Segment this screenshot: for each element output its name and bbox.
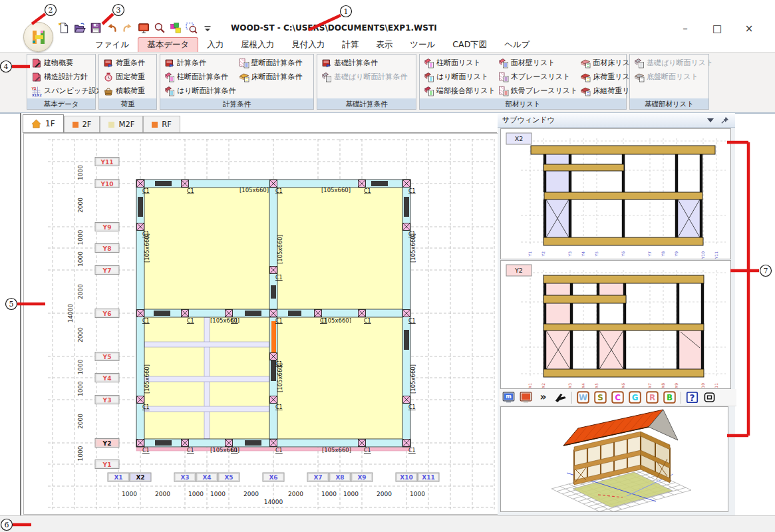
layer-W-icon[interactable]: W <box>577 391 589 404</box>
x-axis-button-X6[interactable]: X6 <box>263 473 284 481</box>
column-marker[interactable] <box>359 180 366 188</box>
ribbon-button-面材壁リスト[interactable]: 面材壁リスト <box>497 56 579 70</box>
3d-model-view[interactable] <box>500 406 728 512</box>
open-file-icon[interactable] <box>74 22 86 34</box>
y-axis-button-Y2[interactable]: Y2 <box>95 439 119 448</box>
elevation-view-x2[interactable]: Y1Y2Y3Y4Y5Y6Y7Y8Y9Y10Y11X2 <box>500 128 731 259</box>
ribbon-button-はり断面リスト[interactable]: はり断面リスト <box>422 70 497 84</box>
ribbon-button-構造設計方針[interactable]: 構造設計方針 <box>30 70 105 84</box>
maximize-button[interactable]: □ <box>710 22 724 35</box>
y-axis-button-Y11[interactable]: Y11 <box>95 158 119 166</box>
column-marker[interactable] <box>403 180 410 188</box>
column-marker[interactable] <box>137 180 144 188</box>
y-axis-button-Y1[interactable]: Y1 <box>95 460 119 469</box>
chevron-down-icon[interactable] <box>706 116 715 124</box>
plan-canvas[interactable]: C1C1C1C1C1C1C1C1C1C1C1C1C1C1C1C1C1C1C1C1… <box>23 133 498 515</box>
help-icon[interactable]: ? <box>686 391 698 404</box>
customize-icon[interactable] <box>202 22 214 34</box>
column-marker[interactable] <box>403 223 410 231</box>
floor-tab-M2F[interactable]: M2F <box>100 116 143 132</box>
close-button[interactable]: × <box>742 22 756 35</box>
new-document-icon[interactable] <box>58 22 70 34</box>
y-axis-button-Y8[interactable]: Y8 <box>95 244 119 253</box>
y-axis-button-Y6[interactable]: Y6 <box>95 309 119 318</box>
menu-tab-ヘルプ[interactable]: ヘルプ <box>496 37 538 52</box>
floor-tab-2F[interactable]: 2F <box>64 116 100 132</box>
column-marker[interactable] <box>137 440 144 447</box>
x-axis-button-X4[interactable]: X4 <box>196 473 218 481</box>
column-marker[interactable] <box>137 223 144 231</box>
column-marker[interactable] <box>226 310 233 317</box>
layer-B-icon[interactable]: B <box>663 391 676 404</box>
ribbon-button-床断面計算条件[interactable]: 床断面計算条件 <box>237 70 304 84</box>
x-axis-button-X1[interactable]: X1 <box>108 473 129 481</box>
column-marker[interactable] <box>137 310 144 317</box>
ribbon-button-建物概要[interactable]: 建物概要 <box>30 56 105 70</box>
y-axis-button-Y5[interactable]: Y5 <box>95 352 119 361</box>
y-axis-button-Y7[interactable]: Y7 <box>95 266 119 275</box>
minimize-button[interactable]: – <box>678 22 693 35</box>
column-marker[interactable] <box>182 180 189 188</box>
column-marker[interactable] <box>359 310 366 317</box>
ribbon-button-壁断面計算条件[interactable]: 壁断面計算条件 <box>237 56 304 70</box>
pin-icon[interactable] <box>720 116 730 124</box>
menu-tab-見付入力[interactable]: 見付入力 <box>283 37 333 52</box>
column-marker[interactable] <box>226 440 233 447</box>
x-axis-button-X2[interactable]: X2 <box>130 473 151 481</box>
menu-tab-基本データ[interactable]: 基本データ <box>138 37 198 52</box>
redo-icon[interactable] <box>122 22 134 34</box>
x-axis-button-X3[interactable]: X3 <box>174 473 196 481</box>
menu-tab-屋根入力[interactable]: 屋根入力 <box>232 37 283 52</box>
menu-tab-CAD下図[interactable]: CAD下図 <box>444 37 496 52</box>
frame-icon[interactable] <box>703 391 716 404</box>
tool-icon[interactable] <box>554 391 567 404</box>
x-axis-button-X10[interactable]: X10 <box>396 473 417 481</box>
column-marker[interactable] <box>270 396 277 404</box>
y-axis-button-Y3[interactable]: Y3 <box>95 396 119 404</box>
ribbon-button-スパンピッチ設定[interactable]: Y2X1X2スパンピッチ設定 <box>30 84 105 98</box>
monitor-icon[interactable] <box>520 391 532 404</box>
ribbon-button-固定荷重[interactable]: 固定荷重 <box>102 70 146 84</box>
column-marker[interactable] <box>182 440 189 447</box>
floor-tab-1F[interactable]: 1F <box>23 114 64 132</box>
save-icon[interactable] <box>90 22 102 34</box>
column-marker[interactable] <box>137 396 144 404</box>
ribbon-button-はり断面計算条件[interactable]: はり断面計算条件 <box>163 84 237 98</box>
ribbon-button-端部接合部リスト[interactable]: 端部接合部リスト <box>422 84 497 98</box>
menu-tab-ツール[interactable]: ツール <box>401 37 444 52</box>
floor-tab-RF[interactable]: RF <box>143 116 180 132</box>
column-marker[interactable] <box>270 353 277 360</box>
column-marker[interactable] <box>270 267 277 274</box>
ribbon-button-積載荷重[interactable]: 積載荷重 <box>102 84 146 98</box>
layer-G-icon[interactable]: G <box>629 391 641 404</box>
zoom-icon[interactable] <box>154 22 166 34</box>
column-marker[interactable] <box>359 440 366 447</box>
ribbon-button-鉄骨ブレースリスト[interactable]: 鉄骨ブレースリスト <box>497 84 579 98</box>
ribbon-button-柱断面リスト[interactable]: 柱断面リスト <box>422 56 497 70</box>
x-axis-button-X7[interactable]: X7 <box>307 473 329 481</box>
column-marker[interactable] <box>403 440 410 447</box>
column-marker[interactable] <box>182 310 189 317</box>
menu-tab-ファイル[interactable]: ファイル <box>86 37 138 52</box>
column-marker[interactable] <box>270 180 277 188</box>
menu-tab-表示[interactable]: 表示 <box>367 37 401 52</box>
x-axis-button-X5[interactable]: X5 <box>218 473 239 481</box>
menu-tab-入力[interactable]: 入力 <box>198 37 232 52</box>
layer-C-icon[interactable]: C <box>611 391 624 404</box>
column-marker[interactable] <box>270 310 277 317</box>
expand-icon[interactable]: » <box>537 391 549 404</box>
ribbon-button-木ブレースリスト[interactable]: 木ブレースリスト <box>497 70 579 84</box>
layer-S-icon[interactable]: S <box>594 391 607 404</box>
ribbon-button-柱断面計算条件[interactable]: 柱断面計算条件 <box>163 70 237 84</box>
monitor-m-icon[interactable]: m <box>502 391 515 404</box>
y-axis-button-Y4[interactable]: Y4 <box>95 374 119 382</box>
zoom-region-icon[interactable] <box>186 22 198 34</box>
menu-tab-計算[interactable]: 計算 <box>333 37 367 52</box>
elevation-view-y2[interactable]: X1X2X3X4X5X6X7X8X9X10X11Y2 <box>500 260 731 389</box>
display-icon[interactable] <box>138 22 150 34</box>
layer-R-icon[interactable]: R <box>646 391 659 404</box>
app-menu-button[interactable] <box>23 22 53 52</box>
column-marker[interactable] <box>270 440 277 447</box>
ribbon-button-計算条件[interactable]: 計算条件 <box>163 56 237 70</box>
x-axis-button-X9[interactable]: X9 <box>351 473 373 481</box>
